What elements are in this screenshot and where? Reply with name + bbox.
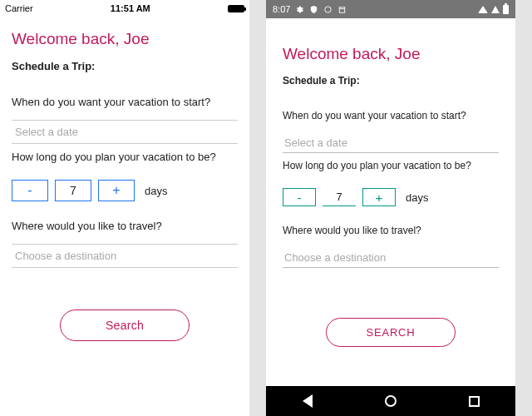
ios-device: Carrier 11:51 AM Welcome back, Joe Sched…	[0, 0, 249, 416]
wifi-icon	[478, 6, 488, 13]
stepper-minus-button[interactable]: -	[283, 188, 316, 206]
date-input[interactable]	[12, 120, 238, 144]
android-status-bar: 8:07	[266, 0, 515, 18]
stepper-value[interactable]: 7	[323, 188, 356, 206]
battery-icon	[503, 5, 509, 14]
question-duration: How long do you plan your vacation to be…	[283, 160, 499, 171]
ios-status-bar: Carrier 11:51 AM	[0, 0, 249, 17]
welcome-heading: Welcome back, Joe	[12, 30, 238, 48]
duration-stepper: - 7 + days	[12, 180, 238, 201]
android-device: 8:07 Welcome back, Joe Schedule a Trip: …	[266, 0, 515, 416]
shield-icon	[309, 5, 318, 14]
ios-clock: 11:51 AM	[33, 3, 228, 13]
schedule-subheading: Schedule a Trip:	[12, 60, 238, 72]
destination-input[interactable]	[283, 248, 499, 268]
question-start-date: When do you want your vacation to start?	[283, 110, 499, 121]
days-label: days	[145, 185, 167, 197]
svg-point-1	[325, 6, 331, 12]
duration-stepper: - 7 + days	[283, 188, 499, 206]
nav-back-icon[interactable]	[303, 394, 313, 408]
question-destination: Where would you like to travel?	[12, 220, 238, 232]
welcome-heading: Welcome back, Joe	[283, 45, 499, 63]
svg-rect-2	[340, 7, 345, 12]
android-content: Welcome back, Joe Schedule a Trip: When …	[266, 18, 515, 386]
stepper-plus-button[interactable]: +	[362, 188, 396, 206]
question-destination: Where would you like to travel?	[283, 225, 499, 236]
android-nav-bar	[266, 386, 515, 416]
nav-home-icon[interactable]	[385, 395, 397, 407]
android-clock: 8:07	[273, 4, 290, 14]
schedule-subheading: Schedule a Trip:	[283, 75, 499, 87]
date-input[interactable]	[283, 133, 499, 153]
stepper-plus-button[interactable]: +	[98, 180, 135, 201]
stepper-minus-button[interactable]: -	[12, 180, 48, 201]
ios-content: Welcome back, Joe Schedule a Trip: When …	[0, 17, 249, 416]
question-duration: How long do you plan your vacation to be…	[12, 151, 238, 163]
question-start-date: When do you want your vacation to start?	[12, 96, 238, 108]
box-icon	[337, 5, 347, 14]
circle-icon	[323, 5, 332, 14]
nav-recent-icon[interactable]	[469, 396, 480, 407]
gear-icon	[295, 5, 304, 14]
battery-icon	[228, 5, 244, 12]
signal-icon	[491, 6, 500, 13]
days-label: days	[406, 191, 428, 204]
search-button[interactable]: Search	[60, 310, 190, 341]
ios-carrier-label: Carrier	[5, 3, 33, 13]
search-button[interactable]: SEARCH	[326, 318, 456, 347]
destination-input[interactable]	[12, 244, 238, 268]
stepper-value[interactable]: 7	[55, 180, 91, 201]
